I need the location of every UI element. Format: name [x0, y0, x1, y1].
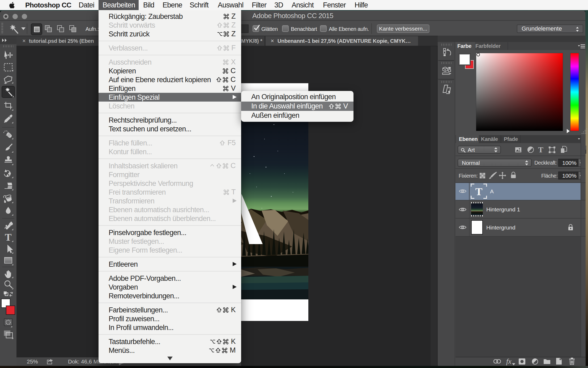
- svg-text:T: T: [475, 186, 483, 198]
- svg-text:T: T: [5, 232, 11, 243]
